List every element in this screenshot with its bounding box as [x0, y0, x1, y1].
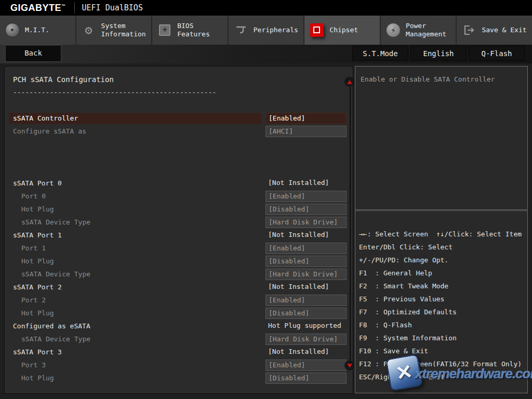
scroll-down-icon[interactable]	[344, 361, 354, 370]
settings-rows: sSATA Controller[Enabled]Configure sSATA…	[5, 112, 353, 385]
chipset-icon	[310, 23, 324, 37]
hotkey-line: F10 : Save & Exit	[355, 344, 527, 357]
tab-bar: M.I.T. ⚙ System Information + BIOS Featu…	[0, 16, 532, 45]
setting-value[interactable]: [Disabled]	[265, 256, 347, 267]
setting-row[interactable]: Hot Plug[Disabled]	[5, 372, 353, 385]
tab-label: BIOS Features	[177, 22, 226, 38]
hotkey-line: →←: Select Screen ↑↓/Click: Select Item	[355, 228, 527, 241]
setting-label: Hot Plug	[21, 308, 54, 319]
setting-row[interactable]: Hot Plug[Disabled]	[5, 307, 353, 320]
bios-product-name: UEFI DualBIOS	[82, 3, 143, 12]
setting-row[interactable]: Hot Plug[Disabled]	[5, 255, 353, 268]
setting-value[interactable]: [Hard Disk Drive]	[265, 217, 347, 228]
hotkey-line: F9 : System Information	[355, 331, 527, 344]
hotkey-line: F2 : Smart Tweak Mode	[355, 280, 527, 292]
mouse-icon	[234, 23, 248, 37]
divider	[74, 2, 75, 14]
setting-value[interactable]: [AHCI]	[265, 126, 347, 137]
setting-value: [Not Installed]	[265, 178, 345, 188]
setting-label: Port 1	[21, 243, 46, 254]
setting-value: Hot Plug supported	[265, 321, 345, 331]
setting-value[interactable]: [Hard Disk Drive]	[265, 334, 347, 345]
page-title: PCH sSATA Configuration	[13, 75, 114, 84]
power-icon: ⚡	[386, 23, 401, 37]
setting-value[interactable]: [Enabled]	[265, 113, 347, 124]
setting-row[interactable]: Port 0[Enabled]	[5, 190, 353, 203]
bios-chip-icon: +	[157, 23, 172, 37]
tab-chipset[interactable]: Chipset	[304, 16, 381, 45]
setting-label: Configured as eSATA	[13, 321, 90, 332]
setting-label: sSATA Controller	[9, 113, 261, 124]
setting-row[interactable]: sSATA Controller[Enabled]	[5, 112, 353, 125]
setting-row[interactable]: sSATA Device Type[Hard Disk Drive]	[5, 333, 353, 346]
hotkey-legend-panel: →←: Select Screen ↑↓/Click: Select ItemE…	[355, 210, 528, 393]
tab-label: Save & Exit	[482, 26, 530, 34]
setting-row[interactable]: Port 3[Enabled]	[5, 359, 353, 372]
tab-mit[interactable]: M.I.T.	[0, 16, 76, 45]
setting-label: sSATA Port 3	[13, 347, 62, 358]
setting-value[interactable]: [Enabled]	[265, 360, 347, 371]
sub-toolbar: Back S.T.Mode English Q-Flash	[0, 45, 532, 63]
setting-label: sSATA Device Type	[21, 269, 90, 280]
item-help-panel: Enable or Disable SATA Controller	[355, 66, 528, 210]
tab-label: M.I.T.	[25, 26, 74, 34]
setting-label: Port 3	[21, 360, 46, 371]
hotkey-line: Enter/Dbl Click: Select	[355, 241, 527, 254]
gear-icon: ⚙	[82, 23, 96, 37]
hotkey-line: F8 : Q-Flash	[355, 318, 527, 331]
back-button[interactable]: Back	[5, 45, 61, 62]
setting-value[interactable]: [Enabled]	[265, 191, 347, 202]
trademark: ™	[61, 4, 66, 8]
setting-label: Configure sSATA as	[13, 126, 86, 137]
setting-label: sSATA Port 1	[13, 230, 62, 241]
tab-system-information[interactable]: ⚙ System Information	[76, 16, 153, 45]
setting-value[interactable]: [Disabled]	[265, 308, 347, 319]
setting-label: sSATA Port 0	[13, 178, 62, 189]
setting-row[interactable]: Hot Plug[Disabled]	[5, 203, 353, 216]
title-bar: GIGABYTE™ UEFI DualBIOS	[0, 0, 532, 16]
qflash-button[interactable]: Q-Flash	[469, 46, 525, 61]
setting-value[interactable]: [Enabled]	[265, 295, 347, 306]
setting-label: Hot Plug	[21, 373, 54, 384]
setting-label: sSATA Device Type	[21, 217, 90, 228]
setting-value[interactable]: [Enabled]	[265, 243, 347, 254]
setting-row[interactable]: sSATA Port 2[Not Installed]	[5, 281, 353, 294]
setting-label: sSATA Device Type	[21, 334, 90, 345]
hotkey-line: F5 : Previous Values	[355, 292, 527, 305]
tab-power-management[interactable]: ⚡ Power Management	[381, 16, 457, 45]
language-button[interactable]: English	[410, 46, 467, 61]
setting-row[interactable]: Configured as eSATAHot Plug supported	[5, 320, 353, 333]
tab-bios-features[interactable]: + BIOS Features	[152, 16, 229, 45]
tab-save-exit[interactable]: Save & Exit	[457, 16, 532, 45]
tab-label: Peripherals	[254, 26, 302, 34]
setting-value: [Not Installed]	[265, 230, 345, 240]
setting-row[interactable]: sSATA Port 0[Not Installed]	[5, 177, 353, 190]
setting-row[interactable]: sSATA Port 1[Not Installed]	[5, 229, 353, 242]
item-help-text: Enable or Disable SATA Controller	[355, 66, 527, 92]
setting-row[interactable]: sSATA Device Type[Hard Disk Drive]	[5, 216, 353, 229]
tab-label: Chipset	[329, 26, 378, 34]
setting-value[interactable]: [Disabled]	[265, 373, 347, 384]
setting-row[interactable]: Port 2[Enabled]	[5, 294, 353, 307]
hotkey-line: F1 : General Help	[355, 267, 527, 280]
st-mode-button[interactable]: S.T.Mode	[352, 46, 408, 61]
setting-value[interactable]: [Hard Disk Drive]	[265, 269, 347, 280]
hotkey-lines: →←: Select Screen ↑↓/Click: Select ItemE…	[355, 211, 527, 383]
setting-row[interactable]: sSATA Device Type[Hard Disk Drive]	[5, 268, 353, 281]
hotkey-line: F7 : Optimized Defaults	[355, 305, 527, 318]
gauge-icon	[5, 23, 20, 37]
setting-value: [Not Installed]	[265, 347, 345, 357]
setting-row[interactable]: Configure sSATA as[AHCI]	[5, 125, 353, 138]
setting-row[interactable]: sSATA Port 3[Not Installed]	[5, 346, 353, 359]
setting-row[interactable]: Port 1[Enabled]	[5, 242, 353, 255]
row-spacer	[5, 138, 353, 177]
tab-label: Power Management	[406, 22, 455, 38]
hotkey-line: F12 : Print Screen(FAT16/32 Format Only)	[355, 357, 527, 370]
setting-value: [Not Installed]	[265, 282, 345, 292]
setting-label: Hot Plug	[21, 204, 54, 215]
setting-label: Port 0	[21, 191, 46, 202]
title-separator: ----------------------------------------…	[13, 88, 216, 96]
setting-value[interactable]: [Disabled]	[265, 204, 347, 215]
tab-peripherals[interactable]: Peripherals	[229, 16, 305, 45]
scroll-up-icon[interactable]	[344, 77, 354, 87]
